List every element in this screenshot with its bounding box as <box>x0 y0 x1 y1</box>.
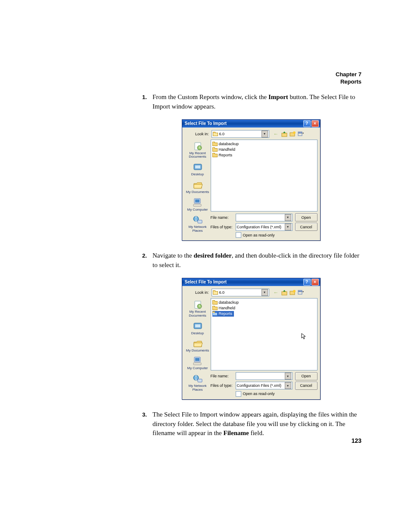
dropdown-arrow-icon[interactable]: ▾ <box>262 289 268 296</box>
chapter-label: Chapter 7 <box>336 71 361 78</box>
recent-documents-icon <box>192 300 203 309</box>
select-file-dialog: Select File To Import ? × Look in: 6.0 ▾… <box>182 278 321 400</box>
place-desktop[interactable]: Desktop <box>186 162 210 178</box>
page-content: 1. From the Custom Reports window, click… <box>142 93 360 438</box>
folder-icon <box>212 147 218 152</box>
svg-rect-4 <box>299 132 300 134</box>
recent-documents-icon <box>192 141 203 151</box>
lookin-combo[interactable]: 6.0 ▾ <box>212 289 269 296</box>
svg-rect-24 <box>195 324 200 327</box>
my-computer-icon <box>192 198 203 207</box>
filename-input[interactable]: ▾ <box>236 214 293 221</box>
readonly-checkbox[interactable] <box>236 232 241 238</box>
my-documents-icon <box>192 180 203 190</box>
cancel-button[interactable]: Cancel <box>295 382 318 390</box>
filename-input[interactable]: ▾ <box>236 372 293 380</box>
step-text: Navigate to the desired folder, and then… <box>153 251 360 270</box>
dialog-title: Select File To Import <box>185 280 302 284</box>
dropdown-arrow-icon[interactable]: ▾ <box>285 373 291 380</box>
file-list[interactable]: databackup Handheld Reports <box>211 298 318 370</box>
back-icon[interactable]: ← <box>273 289 280 296</box>
folder-icon <box>212 142 218 146</box>
place-mycomputer[interactable]: My Computer <box>186 197 210 214</box>
dialog-titlebar[interactable]: Select File To Import ? × <box>182 120 320 128</box>
folder-item[interactable]: Handheld <box>212 305 316 311</box>
readonly-checkbox[interactable] <box>236 391 241 397</box>
svg-rect-0 <box>282 133 287 137</box>
section-label: Reports <box>336 78 361 86</box>
step-number: 2. <box>142 251 153 260</box>
folder-item[interactable]: Handheld <box>212 147 316 152</box>
folder-item[interactable]: Reports <box>212 152 316 158</box>
step-text: The Select File to Import window appears… <box>153 410 360 438</box>
dropdown-arrow-icon[interactable]: ▾ <box>262 131 268 137</box>
desktop-icon <box>192 321 203 331</box>
svg-rect-29 <box>198 379 202 382</box>
my-network-places-icon <box>192 374 203 383</box>
file-list[interactable]: databackup Handheld Reports <box>211 140 318 212</box>
dropdown-arrow-icon[interactable]: ▾ <box>285 224 291 230</box>
place-recent[interactable]: My Recent Documents <box>186 140 210 161</box>
svg-rect-15 <box>282 292 287 295</box>
close-button[interactable]: × <box>311 279 319 286</box>
place-desktop[interactable]: Desktop <box>186 320 210 337</box>
views-menu-icon[interactable] <box>297 289 304 296</box>
select-file-dialog: Select File To Import ? × Look in: 6.0 ▾… <box>182 119 321 241</box>
back-icon[interactable]: ← <box>273 131 280 137</box>
places-bar: My Recent Documents Desktop <box>185 140 211 214</box>
help-button[interactable]: ? <box>303 120 311 127</box>
folder-item[interactable]: databackup <box>212 300 316 305</box>
my-network-places-icon <box>192 215 203 224</box>
svg-rect-11 <box>195 199 199 202</box>
svg-point-2 <box>293 131 296 134</box>
step-2: 2. Navigate to the desired folder, and t… <box>142 251 360 270</box>
folder-icon <box>212 311 218 316</box>
lookin-combo[interactable]: 6.0 ▾ <box>212 130 269 138</box>
dialog-titlebar[interactable]: Select File To Import ? × <box>182 278 320 286</box>
open-button[interactable]: Open <box>295 372 318 380</box>
place-mynetwork[interactable]: My Network Places <box>186 214 210 235</box>
place-mydocuments[interactable]: My Documents <box>186 338 210 355</box>
close-button[interactable]: × <box>311 120 319 127</box>
folder-icon <box>212 300 218 305</box>
filetype-combo[interactable]: Configuration Files (*.xml) ▾ <box>236 382 293 389</box>
my-computer-icon <box>192 356 203 366</box>
views-menu-icon[interactable] <box>297 131 304 137</box>
svg-point-17 <box>293 290 296 292</box>
filetype-combo[interactable]: Configuration Files (*.xml) ▾ <box>236 223 293 231</box>
dialog-toolbar: ← <box>273 289 304 296</box>
folder-icon <box>212 153 218 157</box>
svg-rect-20 <box>300 291 302 292</box>
lookin-label: Look in: <box>185 290 212 295</box>
dropdown-arrow-icon[interactable]: ▾ <box>285 214 291 221</box>
up-one-level-icon[interactable] <box>281 131 288 137</box>
help-button[interactable]: ? <box>303 279 311 286</box>
svg-rect-19 <box>299 291 300 292</box>
lookin-label: Look in: <box>185 132 212 136</box>
cursor-icon <box>301 333 306 340</box>
new-folder-icon[interactable] <box>289 131 296 137</box>
folder-item[interactable]: databackup <box>212 141 316 147</box>
folder-open-icon <box>213 290 218 295</box>
up-one-level-icon[interactable] <box>281 289 288 296</box>
folder-item-selected[interactable]: Reports <box>212 311 234 317</box>
my-documents-icon <box>192 339 203 348</box>
place-mycomputer[interactable]: My Computer <box>186 355 210 372</box>
filename-label: File name: <box>211 215 236 220</box>
place-recent[interactable]: My Recent Documents <box>186 299 210 320</box>
open-button[interactable]: Open <box>295 213 318 221</box>
page-header: Chapter 7 Reports <box>336 71 361 86</box>
step-3: 3. The Select File to Import window appe… <box>142 410 360 438</box>
folder-icon <box>212 306 218 310</box>
svg-rect-5 <box>300 132 302 134</box>
place-mynetwork[interactable]: My Network Places <box>186 373 210 394</box>
lookin-value: 6.0 <box>219 290 225 295</box>
svg-rect-9 <box>195 165 200 168</box>
cancel-button[interactable]: Cancel <box>295 223 318 231</box>
svg-rect-14 <box>198 220 202 223</box>
dropdown-arrow-icon[interactable]: ▾ <box>285 382 291 389</box>
new-folder-icon[interactable] <box>289 289 296 296</box>
place-mydocuments[interactable]: My Documents <box>186 179 210 196</box>
svg-rect-26 <box>195 358 199 361</box>
screenshot-2: Select File To Import ? × Look in: 6.0 ▾… <box>142 278 360 400</box>
